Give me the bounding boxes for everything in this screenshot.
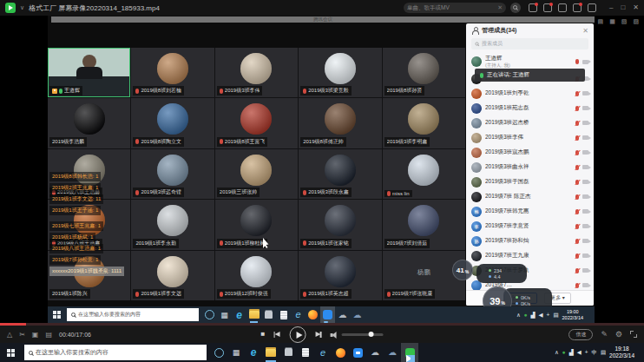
camera-status-icon[interactable] <box>582 253 588 258</box>
member-row[interactable]: 2019级3班曲永祥 <box>466 160 594 174</box>
volume-slider[interactable] <box>341 333 383 336</box>
member-row[interactable]: 孙 2019级7班孙和灿 <box>466 234 594 248</box>
more-panel-icon[interactable]: ▨ <box>633 18 639 25</box>
media-library-icon[interactable]: ▦ <box>609 18 615 25</box>
mic-status-icon[interactable] <box>575 224 579 229</box>
member-row[interactable]: 2019级7班 陈正杰 <box>466 189 594 204</box>
member-row[interactable]: 2019级3班寇杰鹏 <box>466 145 594 160</box>
close-button[interactable]: ✕ <box>633 4 639 11</box>
member-row[interactable]: 李 2019级7班李意贤 <box>466 219 594 234</box>
taskbar-search-input[interactable]: 在这里输入你要搜索的内容 <box>24 345 207 360</box>
mic-status-icon[interactable] <box>575 165 579 170</box>
eject-icon[interactable]: △ <box>7 331 12 339</box>
settings-gear-icon[interactable]: ⚙ <box>615 330 622 339</box>
fullscreen-icon[interactable] <box>630 331 637 338</box>
download-icon[interactable] <box>558 3 567 12</box>
mic-status-icon[interactable] <box>575 121 579 126</box>
keyboard-icon[interactable]: ▤ <box>601 349 606 356</box>
hidden-icons-chevron[interactable]: ∧ <box>555 349 559 356</box>
taskbar-search-input[interactable]: 在这里输入你要搜索的内容 <box>67 308 199 321</box>
maximize-button[interactable]: □ <box>621 4 625 11</box>
video-tile[interactable]: miss lin <box>383 149 465 199</box>
member-row[interactable]: 2019级3班李伟 <box>466 130 594 145</box>
camera-status-icon[interactable] <box>582 91 588 95</box>
mic-status-icon[interactable] <box>575 106 579 111</box>
search-icon[interactable] <box>510 3 521 13</box>
meeting-app-icon[interactable] <box>320 306 335 323</box>
speaker-icon[interactable] <box>330 331 338 339</box>
hidden-icons-chevron[interactable]: ∧ <box>516 312 521 319</box>
video-tile[interactable]: 2019级三班张帅 <box>215 149 298 199</box>
video-tile[interactable]: 王遒辉 <box>48 48 130 97</box>
video-tile[interactable]: 2019级3班李明鑫 <box>383 98 465 148</box>
video-tile[interactable]: 2019级8班王富飞 <box>215 98 298 148</box>
video-tile[interactable]: 2019级1班张家铭 <box>299 200 381 249</box>
firefox-icon[interactable] <box>332 343 349 362</box>
video-tile[interactable]: 2019级12班时俊强 <box>215 251 298 300</box>
cart-icon[interactable] <box>573 3 582 12</box>
camera-status-icon[interactable] <box>582 239 588 243</box>
action-center-icon[interactable]: + <box>547 312 550 319</box>
member-row[interactable]: 2019级3班迟杰桥 <box>466 115 594 130</box>
camera-status-icon[interactable] <box>582 165 588 169</box>
mic-status-icon[interactable] <box>575 150 579 155</box>
camera-status-icon[interactable] <box>582 121 588 125</box>
store-icon[interactable] <box>261 306 276 323</box>
video-tile[interactable]: 2019级3班梁竞毅 <box>299 48 381 97</box>
start-button-icon[interactable] <box>49 306 63 323</box>
video-tile[interactable]: 2019级3班段永鑫 <box>299 149 381 199</box>
cloud-app-2-icon[interactable] <box>384 343 401 362</box>
ie-icon[interactable] <box>291 306 306 323</box>
chevron-down-icon[interactable]: ∨ <box>20 4 24 11</box>
volume-icon[interactable]: ◀ <box>577 349 582 356</box>
antivirus-icon[interactable]: ● <box>562 349 566 356</box>
video-tile[interactable]: 2019级7班刘倩茹 <box>383 200 465 249</box>
ie-icon[interactable] <box>314 343 332 362</box>
cloud-app-2-icon[interactable] <box>350 306 365 323</box>
next-button[interactable] <box>314 331 321 338</box>
taskbar-clock[interactable]: 19:18 2022/3/14 <box>609 346 634 359</box>
previous-button[interactable] <box>273 331 280 338</box>
input-method-indicator[interactable]: 中 <box>591 349 597 356</box>
member-row[interactable]: 2019级3班于国磊 <box>466 174 594 189</box>
camera-status-icon[interactable] <box>582 150 588 155</box>
network-icon[interactable]: ▟ <box>569 349 574 356</box>
action-center-icon[interactable]: + <box>585 349 588 356</box>
mic-status-icon[interactable] <box>575 180 579 185</box>
member-search-input[interactable]: 搜索成员 <box>471 38 588 49</box>
downloads-panel-icon[interactable]: ▧ <box>621 18 628 25</box>
video-tile[interactable]: 2019级李浩麟 <box>48 98 130 148</box>
video-tile[interactable]: 杨鹏 2019级7班张晓康 <box>383 251 465 300</box>
notepad-icon[interactable] <box>276 306 291 323</box>
browser-app-icon[interactable] <box>349 343 366 362</box>
cortana-icon[interactable] <box>202 306 217 323</box>
clear-search-icon[interactable]: ✕ <box>497 4 503 11</box>
firefox-icon[interactable] <box>306 306 320 323</box>
panel-close-icon[interactable]: ✕ <box>582 27 588 35</box>
camera-status-icon[interactable] <box>582 135 588 140</box>
video-tile[interactable]: 2019级8班傅正帅 <box>299 98 381 148</box>
file-explorer-icon[interactable] <box>262 343 279 362</box>
mic-status-icon[interactable] <box>575 91 579 96</box>
member-row[interactable]: 2019级7班王九康 <box>466 248 594 263</box>
task-view-icon[interactable] <box>217 306 232 323</box>
minimize-button[interactable]: – <box>609 4 613 11</box>
start-button-icon[interactable] <box>0 343 21 362</box>
mic-status-icon[interactable] <box>575 59 579 64</box>
video-tile[interactable]: 2019级8班孙贤 <box>383 48 465 97</box>
volume-icon[interactable]: ◀ <box>539 312 543 319</box>
cloud-app-icon[interactable] <box>366 343 384 362</box>
stop-button[interactable]: ■ <box>261 331 266 338</box>
video-tile[interactable]: 2019级8班刘若楠 <box>131 48 214 97</box>
pencil-icon[interactable]: ✎ <box>601 330 608 339</box>
history-icon[interactable] <box>588 3 596 12</box>
video-tile[interactable]: 2019级8班陶立文 <box>131 98 214 148</box>
play-button[interactable] <box>289 326 306 343</box>
speed-button[interactable]: 倍速 <box>568 329 593 340</box>
mic-status-icon[interactable] <box>575 239 579 244</box>
edge-icon[interactable] <box>245 343 262 362</box>
notepad-icon[interactable] <box>297 343 314 362</box>
search-input[interactable]: 单曲、歌手或MV ✕ <box>404 3 506 13</box>
app-logo-icon[interactable] <box>5 3 16 13</box>
bell-icon[interactable] <box>543 3 552 12</box>
